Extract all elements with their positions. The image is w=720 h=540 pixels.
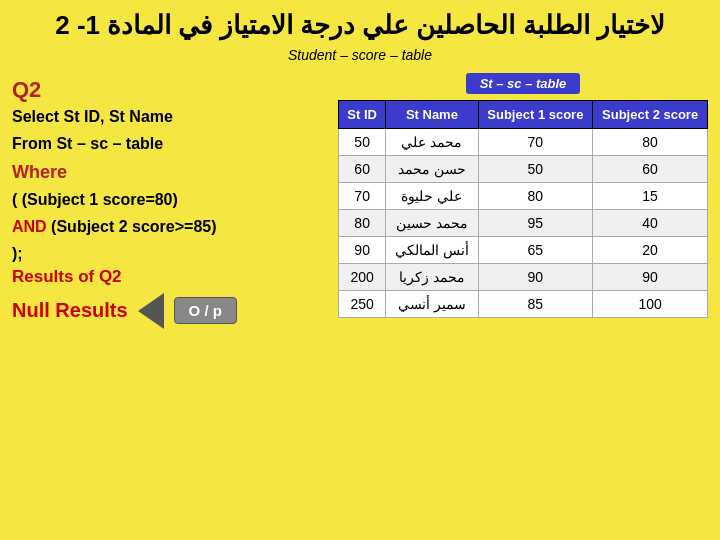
- cell-stname: علي حليوة: [386, 183, 478, 210]
- results-label: Results of Q2: [12, 267, 322, 287]
- cell-stid: 90: [339, 237, 386, 264]
- st-sc-badge: St – sc – table: [466, 73, 581, 94]
- cell-stname: حسن محمد: [386, 156, 478, 183]
- sql-line4-rest: (Subject 2 score>=85): [51, 218, 216, 235]
- null-results-label: Null Results: [12, 299, 128, 322]
- and-keyword: AND: [12, 218, 51, 235]
- cell-s1: 70: [478, 129, 593, 156]
- cell-s2: 100: [593, 291, 708, 318]
- arrow-icon: [138, 293, 164, 329]
- cell-s2: 40: [593, 210, 708, 237]
- cell-stid: 60: [339, 156, 386, 183]
- table-row: 90أنس المالكي6520: [339, 237, 708, 264]
- cell-stname: سمير أنسي: [386, 291, 478, 318]
- cell-stid: 250: [339, 291, 386, 318]
- q2-label: Q2: [12, 77, 322, 103]
- table-header-row: St ID St Name Subject 1 score Subject 2 …: [339, 101, 708, 129]
- where-label: Where: [12, 159, 322, 187]
- cell-s1: 80: [478, 183, 593, 210]
- op-button[interactable]: O / p: [174, 297, 237, 324]
- cell-s1: 95: [478, 210, 593, 237]
- sql-line4: AND (Subject 2 score>=85): [12, 215, 322, 240]
- right-panel: St – sc – table St ID St Name Subject 1 …: [338, 73, 708, 531]
- cell-s1: 85: [478, 291, 593, 318]
- table-row: 250سمير أنسي85100: [339, 291, 708, 318]
- op-button-row: Null Results O / p: [12, 293, 322, 329]
- sql-line1: Select St ID, St Name: [12, 105, 322, 130]
- left-panel: Q2 Select St ID, St Name From St – sc – …: [12, 73, 322, 531]
- table-row: 60حسن محمد5060: [339, 156, 708, 183]
- col-header-stid: St ID: [339, 101, 386, 129]
- cell-stid: 80: [339, 210, 386, 237]
- cell-stname: محمد علي: [386, 129, 478, 156]
- cell-stname: أنس المالكي: [386, 237, 478, 264]
- sql-line5: );: [12, 242, 322, 267]
- main-content: Q2 Select St ID, St Name From St – sc – …: [0, 67, 720, 537]
- table-row: 80محمد حسين9540: [339, 210, 708, 237]
- cell-stname: محمد زكريا: [386, 264, 478, 291]
- cell-stname: محمد حسين: [386, 210, 478, 237]
- table-row: 70علي حليوة8015: [339, 183, 708, 210]
- subtitle-label: Student – score – table: [0, 45, 720, 67]
- data-table: St ID St Name Subject 1 score Subject 2 …: [338, 100, 708, 318]
- sql-line3: ( (Subject 1 score=80): [12, 188, 322, 213]
- page-header: لاختيار الطلبة الحاصلين علي درجة الامتيا…: [0, 0, 720, 67]
- cell-s2: 60: [593, 156, 708, 183]
- cell-s2: 20: [593, 237, 708, 264]
- cell-s2: 15: [593, 183, 708, 210]
- cell-stid: 200: [339, 264, 386, 291]
- sql-line2: From St – sc – table: [12, 132, 322, 157]
- page-title: لاختيار الطلبة الحاصلين علي درجة الامتيا…: [0, 0, 720, 45]
- cell-stid: 70: [339, 183, 386, 210]
- cell-s2: 80: [593, 129, 708, 156]
- cell-s1: 50: [478, 156, 593, 183]
- table-row: 200محمد زكريا9090: [339, 264, 708, 291]
- cell-s2: 90: [593, 264, 708, 291]
- cell-s1: 65: [478, 237, 593, 264]
- col-header-s2: Subject 2 score: [593, 101, 708, 129]
- cell-s1: 90: [478, 264, 593, 291]
- col-header-s1: Subject 1 score: [478, 101, 593, 129]
- table-row: 50محمد علي7080: [339, 129, 708, 156]
- cell-stid: 50: [339, 129, 386, 156]
- col-header-stname: St Name: [386, 101, 478, 129]
